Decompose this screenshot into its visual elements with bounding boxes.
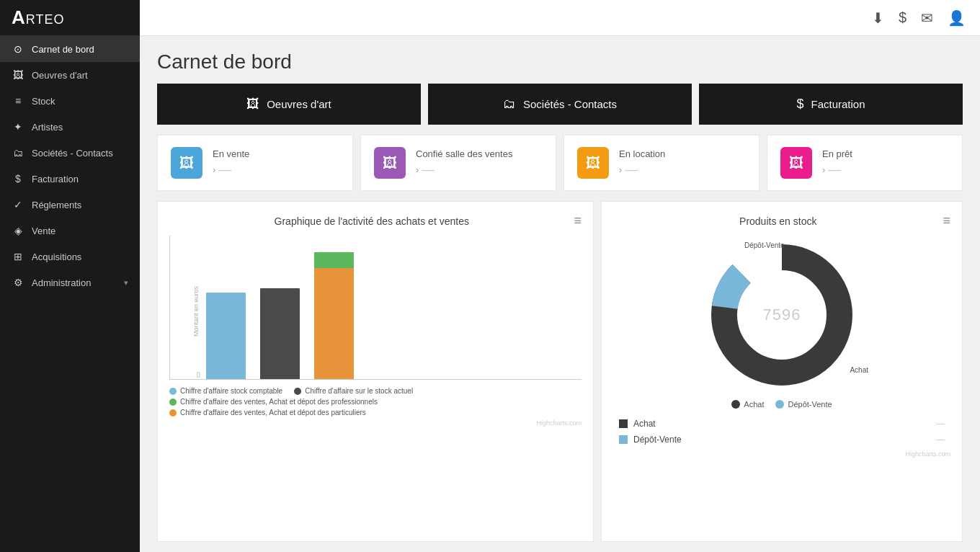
bar-chart-header: Graphique de l'activité des achats et ve… — [169, 213, 582, 228]
oeuvres-art-btn[interactable]: 🖼Oeuvres d'art — [157, 84, 421, 125]
donut-chart-card: Produits en stock ≡ Dépôt-Vente 7596 — [601, 201, 963, 542]
sidebar-label-societes-contacts: Sociétés - Contacts — [32, 148, 128, 159]
status-icon-confie-salle-ventes: 🖼 — [374, 147, 406, 179]
status-cards: 🖼 En vente › — 🖼 Confié salle des ventes… — [140, 135, 980, 201]
sidebar-item-administration[interactable]: ⚙ Administration ▾ — [0, 270, 140, 295]
download-icon[interactable]: ⬇ — [872, 9, 884, 27]
sidebar-item-acquisitions[interactable]: ⊞ Acquisitions — [0, 244, 140, 270]
stock-row-achat: Achat — — [613, 416, 950, 432]
y-axis-title: Montant en euros — [192, 285, 200, 336]
top-bar: ⬇ $ ✉ 👤 — [140, 0, 980, 36]
sidebar-item-artistes[interactable]: ✦ Artistes — [0, 114, 140, 140]
status-num-en-vente: — — [218, 162, 231, 177]
sidebar-label-stock: Stock — [32, 96, 128, 107]
status-value-confie-salle-ventes: › — — [416, 162, 543, 177]
bar-orange — [314, 268, 354, 379]
stock-row-depot: Dépôt-Vente — — [613, 432, 950, 448]
sidebar-icon-stock: ≡ — [12, 95, 24, 107]
user-icon[interactable]: 👤 — [948, 9, 966, 27]
bar-group-3 — [314, 252, 354, 379]
btn-icon-facturation-btn: $ — [796, 97, 803, 112]
status-num-en-location: — — [625, 162, 638, 177]
donut-wrap: Dépôt-Vente 7596 Achat — [613, 236, 950, 530]
status-card-en-location[interactable]: 🖼 En location › — — [564, 135, 760, 191]
sidebar-icon-acquisitions: ⊞ — [12, 251, 24, 262]
achat-label: Achat — [850, 366, 868, 374]
status-card-en-pret[interactable]: 🖼 En prêt › — — [767, 135, 963, 191]
donut-chart-menu[interactable]: ≡ — [943, 213, 950, 228]
legend-2: Chiffre d'affaire sur le stock actuel — [294, 387, 413, 395]
stock-val-depot: — — [936, 435, 945, 445]
stock-name-depot: Dépôt-Vente — [633, 435, 930, 445]
stock-sq-achat — [619, 419, 628, 428]
societes-contacts-btn[interactable]: 🗂Sociétés - Contacts — [428, 84, 692, 125]
status-icon-en-location: 🖼 — [577, 147, 609, 179]
sidebar-arrow: ▾ — [124, 278, 128, 288]
btn-icon-oeuvres-art-btn: 🖼 — [246, 97, 259, 112]
legend-label-3: Chiffre d'affaire des ventes, Achat et d… — [180, 398, 378, 406]
status-label-en-location: En location — [619, 148, 746, 159]
page-title: Carnet de bord — [157, 50, 963, 74]
sidebar-icon-societes-contacts: 🗂 — [12, 147, 24, 159]
sidebar-icon-reglements: ✓ — [12, 199, 24, 210]
legend-dot-4 — [169, 409, 177, 417]
sidebar-label-vente: Vente — [32, 226, 128, 236]
sidebar-nav: ⊙ Carnet de bord 🖼 Oeuvres d'art ≡ Stock… — [0, 36, 140, 552]
sidebar-icon-artistes: ✦ — [12, 121, 24, 133]
logo: ARTEO — [0, 0, 140, 36]
legend-dot-2 — [294, 388, 301, 395]
legend-label-4: Chiffre d'affaire des ventes, Achat et d… — [180, 409, 366, 417]
sidebar-item-carnet-de-bord[interactable]: ⊙ Carnet de bord — [0, 36, 140, 62]
btn-label-societes-contacts-btn: Sociétés - Contacts — [523, 98, 617, 110]
sidebar-icon-facturation: $ — [12, 173, 24, 184]
sidebar-label-acquisitions: Acquisitions — [32, 251, 128, 262]
bar-chart-area: 0 Montant en euros — [169, 236, 582, 380]
legend-label-2: Chiffre d'affaire sur le stock actuel — [305, 387, 413, 395]
bar-group-1 — [206, 293, 246, 379]
sidebar-label-oeuvres-art: Oeuvres d'art — [32, 70, 128, 81]
status-info-confie-salle-ventes: Confié salle des ventes › — — [416, 148, 543, 177]
sidebar-item-facturation[interactable]: $ Facturation — [0, 166, 140, 192]
btn-label-facturation-btn: Facturation — [811, 98, 865, 110]
sidebar-item-stock[interactable]: ≡ Stock — [0, 88, 140, 114]
sidebar-item-vente[interactable]: ◈ Vente — [0, 218, 140, 244]
sidebar-item-oeuvres-art[interactable]: 🖼 Oeuvres d'art — [0, 62, 140, 88]
status-chevron-en-location: › — [619, 164, 622, 175]
status-icon-en-vente: 🖼 — [171, 147, 202, 179]
donut-chart-header: Produits en stock ≡ — [613, 213, 950, 228]
status-card-confie-salle-ventes[interactable]: 🖼 Confié salle des ventes › — — [360, 135, 556, 191]
sidebar-item-societes-contacts[interactable]: 🗂 Sociétés - Contacts — [0, 140, 140, 166]
legend-3: Chiffre d'affaire des ventes, Achat et d… — [169, 398, 582, 406]
donut-svg-area: Dépôt-Vente 7596 Achat — [703, 236, 861, 394]
depot-dot — [775, 400, 784, 409]
status-chevron-en-pret: › — [822, 164, 825, 175]
stock-table: Achat — Dépôt-Vente — — [613, 416, 950, 448]
legend-dot-3 — [169, 399, 177, 406]
status-card-en-vente[interactable]: 🖼 En vente › — — [157, 135, 353, 191]
sidebar-item-reglements[interactable]: ✓ Réglements — [0, 192, 140, 218]
legend-dot-1 — [169, 388, 177, 395]
status-num-en-pret: — — [828, 162, 841, 177]
bar-chart-menu[interactable]: ≡ — [574, 213, 582, 228]
sidebar-label-facturation: Facturation — [32, 174, 128, 184]
legend-1: Chiffre d'affaire stock comptable — [169, 387, 282, 395]
facturation-btn[interactable]: $Facturation — [699, 84, 963, 125]
sidebar-icon-carnet-de-bord: ⊙ — [12, 43, 24, 55]
achat-dot — [731, 400, 740, 409]
sidebar-label-carnet-de-bord: Carnet de bord — [32, 44, 128, 55]
status-label-en-pret: En prêt — [822, 148, 949, 159]
logo-text: ARTEO — [12, 6, 64, 29]
status-info-en-location: En location › — — [619, 148, 746, 177]
quick-actions: 🖼Oeuvres d'art🗂Sociétés - Contacts$Factu… — [140, 84, 980, 135]
status-label-confie-salle-ventes: Confié salle des ventes — [416, 148, 543, 159]
bar-1 — [206, 293, 246, 379]
bar-chart-title: Graphique de l'activité des achats et ve… — [169, 215, 574, 227]
donut-legend-depot: Dépôt-Vente — [775, 400, 832, 409]
dollar-icon[interactable]: $ — [899, 9, 906, 26]
legend-label-1: Chiffre d'affaire stock comptable — [180, 387, 282, 395]
stock-val-achat: — — [936, 419, 945, 429]
donut-chart-credit: Highcharts.com — [613, 450, 950, 458]
status-chevron-confie-salle-ventes: › — [416, 164, 419, 175]
bar-2 — [260, 288, 300, 379]
mail-icon[interactable]: ✉ — [921, 9, 933, 27]
